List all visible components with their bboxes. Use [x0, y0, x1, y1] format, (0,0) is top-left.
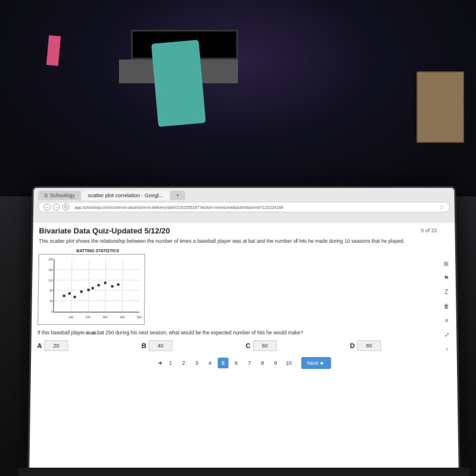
x-tick-100: 100	[68, 315, 73, 319]
collapse-icon[interactable]: ‹	[441, 343, 452, 354]
page-7[interactable]: 7	[244, 358, 255, 368]
y-tick-200: 200	[48, 258, 53, 261]
answer-letter-b: B	[142, 342, 146, 349]
tab-new[interactable]: +	[170, 191, 185, 201]
page-6[interactable]: 6	[231, 358, 242, 368]
x-tick-500: 500	[137, 315, 142, 319]
data-point-6	[92, 287, 94, 289]
chart-wrapper: Hits 0 40 80 120 16	[37, 254, 145, 325]
grid-icon[interactable]: ⊞	[440, 258, 451, 269]
chart-container: BATTING STATISTICS Hits 0 40	[37, 249, 157, 325]
answer-value-d[interactable]: 80	[357, 340, 381, 351]
page-8[interactable]: 8	[257, 358, 268, 368]
y-tick-120: 120	[48, 278, 53, 282]
url-text: app.schoology.com/common-assessment-deli…	[74, 205, 436, 209]
data-point-7	[98, 284, 100, 287]
grid-h-3	[54, 280, 140, 280]
pagination-bar: ◄ 1 2 3 4 5 6 7 8 9 10 Next ►	[37, 357, 451, 369]
data-point-10	[117, 283, 120, 286]
reload-button[interactable]: ↻	[62, 203, 70, 211]
next-button[interactable]: Next ►	[301, 357, 331, 369]
answer-letter-c: C	[246, 342, 250, 349]
expand-icon[interactable]: ⤢	[441, 329, 452, 340]
grid-h-2	[54, 290, 140, 291]
prev-arrow[interactable]: ◄	[157, 359, 163, 366]
y-tick-0: 0	[51, 310, 53, 314]
x-tick-400: 400	[120, 315, 124, 319]
url-bar[interactable]: ← → ↻ app.schoology.com/common-assessmen…	[38, 202, 450, 212]
answer-value-a[interactable]: 20	[44, 340, 68, 351]
tab-scatter[interactable]: scatter plot correlation - Googl...	[82, 191, 170, 201]
data-point-1	[63, 295, 65, 297]
grid-v-4	[122, 259, 123, 312]
x-tick-300: 300	[102, 315, 107, 319]
y-tick-160: 160	[48, 268, 53, 271]
question-counter: 5 of 22	[421, 227, 437, 233]
nav-buttons: ← → ↻	[43, 203, 70, 211]
answer-option-a[interactable]: A 20	[37, 340, 137, 351]
page-1[interactable]: 1	[165, 358, 176, 368]
grid-v-1	[71, 259, 72, 312]
answer-letter-a: A	[37, 342, 42, 349]
question-below: If this baseball player is at bat 250 du…	[37, 330, 450, 336]
answer-letter-d: D	[350, 342, 355, 349]
grid-h-1	[54, 300, 140, 301]
grid-h-4	[54, 269, 139, 270]
page-10[interactable]: 10	[283, 358, 294, 368]
tab-favicon: S	[44, 193, 48, 199]
dresser	[416, 71, 464, 143]
data-point-4	[80, 290, 83, 293]
flag-icon[interactable]: ⚑	[441, 273, 452, 283]
answer-value-b[interactable]: 40	[149, 340, 173, 351]
grid-v-3	[105, 259, 107, 312]
answer-grid: A 20 B 40 C 60 D 80	[37, 340, 450, 351]
grid-v-2	[88, 259, 89, 312]
star-icon[interactable]: ☆	[439, 204, 444, 211]
answer-value-c[interactable]: 60	[253, 340, 277, 351]
answer-option-b[interactable]: B 40	[142, 340, 242, 351]
answer-option-d[interactable]: D 80	[350, 340, 450, 351]
data-point-8	[104, 281, 107, 284]
right-sidebar: ⊞ ⚑ Z 🗑 ≡ ⤢ ‹	[439, 258, 453, 354]
data-point-3	[73, 296, 76, 298]
chart-title: BATTING STATISTICS	[39, 249, 157, 253]
lines-icon[interactable]: ≡	[441, 315, 452, 325]
y-tick-80: 80	[49, 289, 53, 293]
laptop-base	[18, 468, 470, 476]
trash-icon[interactable]: 🗑	[441, 300, 452, 311]
browser-chrome: S Schoology scatter plot correlation - G…	[33, 188, 455, 223]
page-3[interactable]: 3	[192, 358, 202, 368]
page-title: Bivariate Data Quiz-Updated 5/12/20	[39, 226, 449, 235]
page-9[interactable]: 9	[270, 358, 281, 368]
page-2[interactable]: 2	[178, 358, 189, 368]
tab-schoology[interactable]: S Schoology	[38, 191, 81, 201]
data-point-2	[68, 292, 71, 295]
y-tick-40: 40	[49, 299, 53, 303]
question-text: This scatter plot shows the relationship…	[39, 238, 449, 245]
data-point-5	[87, 289, 89, 291]
answer-option-c[interactable]: C 60	[246, 340, 346, 351]
page-4[interactable]: 4	[205, 358, 215, 368]
chart-area: 0 40 80 120 160 200 100 200 300 400 500	[53, 259, 140, 312]
browser-tabs: S Schoology scatter plot correlation - G…	[38, 191, 449, 201]
teal-fabric	[151, 40, 206, 127]
data-point-9	[111, 285, 114, 287]
room-furniture	[0, 60, 476, 178]
browser-content: 5 of 22 Bivariate Data Quiz-Updated 5/12…	[29, 223, 458, 470]
forward-button[interactable]: →	[53, 203, 60, 211]
laptop-frame: S Schoology scatter plot correlation - G…	[27, 186, 461, 471]
page-5[interactable]: 5	[218, 358, 228, 368]
x-axis-label: At Bats	[85, 331, 96, 335]
x-tick-200: 200	[86, 315, 90, 319]
z-icon[interactable]: Z	[441, 286, 452, 297]
back-button[interactable]: ←	[43, 203, 51, 211]
